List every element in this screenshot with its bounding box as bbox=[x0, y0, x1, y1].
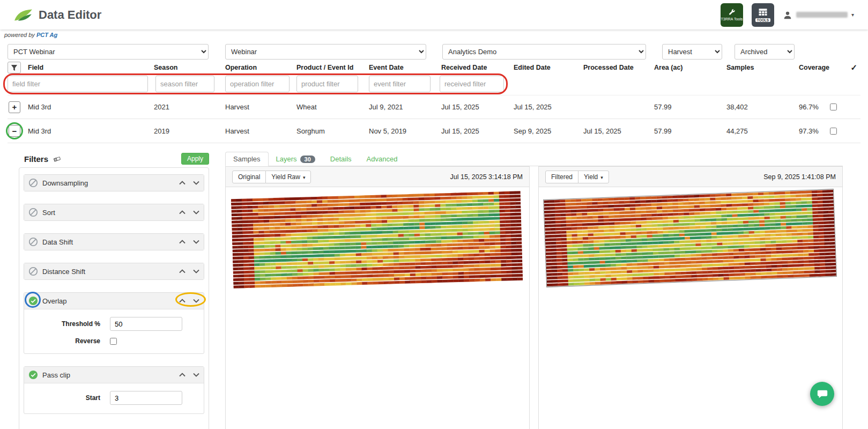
user-menu[interactable]: ▾ bbox=[783, 10, 854, 20]
move-down-icon[interactable] bbox=[193, 240, 199, 244]
table-row: + Mid 3rd 2021 Harvest Wheat Jul 9, 2021… bbox=[8, 95, 860, 119]
tab-samples[interactable]: Samples bbox=[225, 152, 269, 166]
filtered-viewer-panel: Filtered Yield▾ Sep 9, 2025 1:41:08 PM bbox=[538, 166, 843, 429]
apply-filters-button[interactable]: Apply bbox=[181, 153, 209, 165]
start-input[interactable] bbox=[110, 391, 182, 405]
tab-layers[interactable]: Layers 30 bbox=[269, 152, 323, 166]
tools-grid-label: TOOLS bbox=[755, 18, 770, 22]
cell-event-date: Jul 9, 2021 bbox=[369, 103, 441, 111]
move-down-icon[interactable] bbox=[193, 210, 199, 214]
event-filter-input[interactable] bbox=[369, 76, 431, 92]
product-filter-input[interactable] bbox=[296, 76, 358, 92]
threshold-label: Threshold % bbox=[24, 320, 110, 328]
chevron-down-icon: ▾ bbox=[851, 12, 854, 18]
move-down-icon[interactable] bbox=[193, 269, 199, 273]
app-logo-icon bbox=[14, 8, 33, 22]
filters-title: Filters bbox=[24, 154, 48, 164]
move-up-icon[interactable] bbox=[179, 373, 186, 377]
client-select[interactable]: PCT Webinar bbox=[8, 44, 209, 60]
col-coverage: Coverage bbox=[799, 64, 846, 71]
eraser-icon[interactable] bbox=[53, 156, 61, 162]
cell-field: Mid 3rd bbox=[28, 103, 154, 111]
section-header[interactable]: Sort bbox=[24, 204, 204, 220]
pass-clip-section-body: Start bbox=[24, 383, 204, 413]
col-operation: Operation bbox=[225, 64, 296, 71]
disabled-circle-slash-icon[interactable] bbox=[28, 237, 38, 247]
field-filter-input[interactable] bbox=[8, 76, 148, 92]
filter-section-pass-clip: Pass clip Start bbox=[24, 366, 204, 414]
move-up-icon[interactable] bbox=[179, 210, 186, 214]
enabled-check-icon[interactable] bbox=[28, 296, 38, 306]
cell-received-date: Jul 15, 2025 bbox=[441, 103, 514, 111]
cell-coverage: 97.3% bbox=[799, 127, 846, 135]
section-header[interactable]: Downsampling bbox=[24, 175, 204, 191]
pct-ag-link[interactable]: PCT Ag bbox=[36, 32, 57, 38]
move-up-icon[interactable] bbox=[179, 269, 186, 273]
move-down-icon[interactable] bbox=[193, 181, 199, 185]
reverse-checkbox[interactable] bbox=[110, 338, 117, 345]
section-header[interactable]: Pass clip bbox=[24, 367, 204, 383]
cell-area: 57.99 bbox=[654, 127, 726, 135]
yield-dropdown[interactable]: Yield▾ bbox=[578, 171, 609, 183]
move-up-icon[interactable] bbox=[179, 299, 186, 303]
cell-operation: Harvest bbox=[225, 103, 296, 111]
field-group-select[interactable]: Analytics Demo bbox=[442, 44, 646, 60]
col-processed-date: Processed Date bbox=[583, 64, 654, 71]
section-header[interactable]: Distance Shift bbox=[24, 263, 204, 279]
filtered-button[interactable]: Filtered bbox=[545, 171, 578, 183]
table-header-row: Field Season Operation Product / Event I… bbox=[8, 61, 860, 75]
powered-by-text: powered by bbox=[4, 32, 35, 38]
season-filter-input[interactable] bbox=[155, 76, 214, 92]
expand-row-button[interactable]: + bbox=[9, 101, 20, 113]
tab-details[interactable]: Details bbox=[323, 152, 359, 166]
viewer-timestamp: Jul 15, 2025 3:14:18 PM bbox=[450, 173, 523, 181]
operation-type-select[interactable]: Harvest bbox=[662, 44, 722, 60]
select-all-check-icon[interactable]: ✓ bbox=[850, 63, 860, 72]
operation-filter-input[interactable] bbox=[225, 76, 290, 92]
move-up-icon[interactable] bbox=[179, 240, 186, 244]
disabled-circle-slash-icon[interactable] bbox=[28, 178, 38, 188]
cell-field: Mid 3rd bbox=[28, 127, 154, 135]
status-select[interactable]: Archived bbox=[735, 44, 795, 60]
chat-button[interactable] bbox=[810, 382, 834, 406]
disabled-circle-slash-icon[interactable] bbox=[28, 208, 38, 217]
cell-event-date: Nov 5, 2019 bbox=[369, 127, 441, 135]
disabled-circle-slash-icon[interactable] bbox=[28, 267, 38, 276]
t3rra-tools-button[interactable]: T3RRA Tools bbox=[721, 3, 743, 27]
layers-count-badge: 30 bbox=[300, 156, 315, 163]
user-icon bbox=[783, 10, 792, 20]
move-down-icon[interactable] bbox=[193, 299, 199, 303]
filter-toggle-button[interactable] bbox=[8, 62, 21, 73]
yield-label: Yield bbox=[584, 173, 598, 181]
tools-grid-button[interactable]: TOOLS bbox=[752, 3, 774, 27]
yield-map-original bbox=[231, 190, 523, 289]
chevron-down-icon: ▾ bbox=[303, 175, 306, 180]
yield-raw-dropdown[interactable]: Yield Raw▾ bbox=[265, 171, 311, 183]
brand: Data Editor bbox=[14, 8, 101, 22]
row-checkbox[interactable] bbox=[830, 103, 837, 110]
viewer-tabs: Samples Layers 30 Details Advanced bbox=[225, 152, 843, 166]
row-checkbox[interactable] bbox=[830, 128, 837, 135]
grid-icon bbox=[758, 8, 768, 17]
collapse-row-button[interactable]: − bbox=[9, 125, 20, 137]
viewer-timestamp: Sep 9, 2025 1:41:08 PM bbox=[763, 173, 836, 181]
move-up-icon[interactable] bbox=[179, 181, 186, 185]
start-label: Start bbox=[24, 394, 110, 402]
original-button[interactable]: Original bbox=[232, 171, 266, 183]
tab-advanced[interactable]: Advanced bbox=[359, 152, 405, 166]
move-down-icon[interactable] bbox=[193, 373, 199, 377]
section-header[interactable]: Data Shift bbox=[24, 234, 204, 250]
top-bar: Data Editor T3RRA Tools bbox=[0, 0, 868, 29]
cell-edited-date: Sep 9, 2025 bbox=[514, 127, 583, 135]
col-samples: Samples bbox=[726, 64, 799, 71]
received-filter-input[interactable] bbox=[440, 76, 504, 92]
enabled-check-icon[interactable] bbox=[28, 370, 38, 380]
threshold-input[interactable] bbox=[110, 317, 182, 331]
cell-coverage: 96.7% bbox=[799, 103, 846, 111]
section-label: Downsampling bbox=[42, 179, 88, 187]
farm-select[interactable]: Webinar bbox=[225, 44, 426, 60]
t3rra-tools-label: T3RRA Tools bbox=[721, 17, 743, 21]
col-product: Product / Event Id bbox=[296, 64, 369, 71]
cell-season: 2021 bbox=[154, 103, 225, 111]
section-header[interactable]: Overlap bbox=[24, 293, 204, 309]
